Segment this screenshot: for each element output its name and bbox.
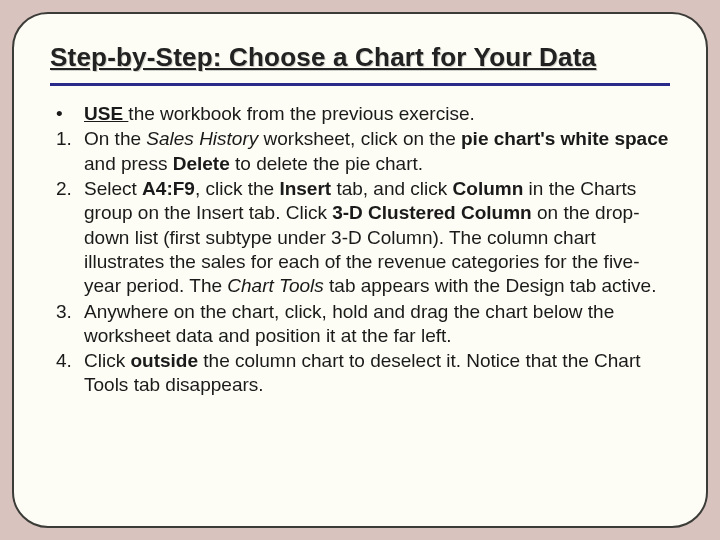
step-fragment: Insert [279,178,331,199]
step-fragment: Select [84,178,142,199]
bullet-text: USE the workbook from the previous exerc… [84,102,670,126]
title-divider [50,83,670,86]
step-item: 2.Select A4:F9, click the Insert tab, an… [50,177,670,299]
step-fragment: Delete [173,153,230,174]
step-fragment: Anywhere on the chart, click, hold and d… [84,301,614,346]
step-text: Click outside the column chart to desele… [84,349,670,398]
step-marker: 1. [50,127,84,151]
slide-title: Step-by-Step: Choose a Chart for Your Da… [50,42,670,73]
numbered-steps: 1.On the Sales History worksheet, click … [50,127,670,397]
bullet-marker: • [50,102,84,126]
step-text: Anywhere on the chart, click, hold and d… [84,300,670,349]
step-fragment: Column [453,178,524,199]
step-marker: 2. [50,177,84,201]
slide-card: Step-by-Step: Choose a Chart for Your Da… [12,12,708,528]
step-fragment: On the [84,128,146,149]
step-fragment: Click [84,350,130,371]
step-fragment: Chart Tools [227,275,323,296]
bullet-rest: the workbook from the previous exercise. [128,103,474,124]
step-fragment: , click the [195,178,279,199]
step-item: 3.Anywhere on the chart, click, hold and… [50,300,670,349]
step-fragment: outside [130,350,198,371]
step-fragment: and press [84,153,173,174]
step-item: 4.Click outside the column chart to dese… [50,349,670,398]
step-fragment: tab, and click [331,178,452,199]
step-text: On the Sales History worksheet, click on… [84,127,670,176]
step-fragment: tab appears with the Design tab active. [324,275,657,296]
step-marker: 3. [50,300,84,324]
bullet-item: • USE the workbook from the previous exe… [50,102,670,126]
step-fragment: to delete the pie chart. [230,153,423,174]
slide-body: • USE the workbook from the previous exe… [50,102,670,398]
step-fragment: worksheet, click on the [258,128,461,149]
bullet-bold: USE [84,103,128,124]
step-fragment: Sales History [146,128,258,149]
step-fragment: 3-D Clustered Column [332,202,532,223]
step-text: Select A4:F9, click the Insert tab, and … [84,177,670,299]
step-fragment: A4:F9 [142,178,195,199]
bullet-list: • USE the workbook from the previous exe… [50,102,670,126]
step-item: 1.On the Sales History worksheet, click … [50,127,670,176]
step-marker: 4. [50,349,84,373]
step-fragment: pie chart's white space [461,128,668,149]
